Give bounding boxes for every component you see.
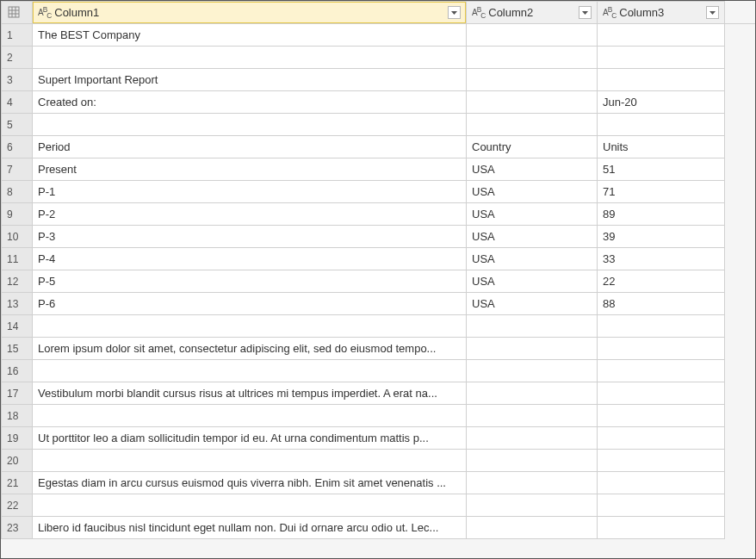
row-number-cell[interactable]: 14	[2, 315, 33, 338]
cell[interactable]	[33, 315, 467, 338]
cell[interactable]: P-1	[33, 181, 467, 203]
cell[interactable]: 33	[598, 248, 725, 270]
row-number-cell[interactable]: 1	[2, 24, 33, 47]
cell[interactable]: P-2	[33, 203, 467, 226]
cell[interactable]	[598, 382, 725, 405]
cell[interactable]: USA	[467, 248, 598, 270]
table-row[interactable]: 8P-1USA71	[2, 181, 755, 203]
cell[interactable]: Ut porttitor leo a diam sollicitudin tem…	[33, 427, 467, 450]
cell[interactable]	[467, 472, 598, 494]
cell[interactable]: Jun-20	[598, 91, 725, 114]
cell[interactable]	[467, 517, 598, 539]
cell[interactable]: USA	[467, 158, 598, 181]
table-row[interactable]: 22	[2, 494, 755, 517]
table-row[interactable]: 21Egestas diam in arcu cursus euismod qu…	[2, 472, 755, 494]
cell[interactable]: 51	[598, 158, 725, 181]
cell[interactable]: Libero id faucibus nisl tincidunt eget n…	[33, 517, 467, 539]
row-number-cell[interactable]: 4	[2, 91, 33, 114]
table-row[interactable]: 7PresentUSA51	[2, 158, 755, 181]
cell[interactable]	[33, 494, 467, 517]
cell[interactable]: 88	[598, 293, 725, 315]
cell[interactable]	[467, 91, 598, 114]
table-row[interactable]: 20	[2, 450, 755, 472]
cell[interactable]: USA	[467, 181, 598, 203]
cell[interactable]	[467, 47, 598, 69]
cell[interactable]	[467, 494, 598, 517]
cell[interactable]	[598, 360, 725, 382]
row-number-cell[interactable]: 20	[2, 450, 33, 472]
cell[interactable]: USA	[467, 226, 598, 248]
row-number-cell[interactable]: 23	[2, 517, 33, 539]
cell[interactable]	[598, 494, 725, 517]
cell[interactable]: 39	[598, 226, 725, 248]
filter-dropdown-button[interactable]	[448, 6, 461, 19]
cell[interactable]	[598, 405, 725, 427]
row-number-cell[interactable]: 2	[2, 47, 33, 69]
cell[interactable]	[467, 427, 598, 450]
cell[interactable]	[33, 360, 467, 382]
table-row[interactable]: 1The BEST Company	[2, 24, 755, 47]
table-row[interactable]: 17Vestibulum morbi blandit cursus risus …	[2, 382, 755, 405]
cell[interactable]	[467, 360, 598, 382]
cell[interactable]	[33, 114, 467, 136]
cell[interactable]: Units	[598, 136, 725, 158]
cell[interactable]	[467, 24, 598, 47]
row-number-cell[interactable]: 5	[2, 114, 33, 136]
cell[interactable]	[598, 315, 725, 338]
cell[interactable]: The BEST Company	[33, 24, 467, 47]
cell[interactable]	[467, 114, 598, 136]
row-number-cell[interactable]: 22	[2, 494, 33, 517]
table-row[interactable]: 18	[2, 405, 755, 427]
cell[interactable]: Period	[33, 136, 467, 158]
cell[interactable]	[467, 69, 598, 91]
cell[interactable]: Lorem ipsum dolor sit amet, consectetur …	[33, 338, 467, 360]
cell[interactable]	[33, 47, 467, 69]
row-number-cell[interactable]: 18	[2, 405, 33, 427]
cell[interactable]: P-5	[33, 270, 467, 293]
filter-dropdown-button[interactable]	[579, 6, 592, 19]
cell[interactable]	[598, 114, 725, 136]
cell[interactable]: P-4	[33, 248, 467, 270]
table-row[interactable]: 14	[2, 315, 755, 338]
cell[interactable]	[467, 315, 598, 338]
table-row[interactable]: 9P-2USA89	[2, 203, 755, 226]
table-row[interactable]: 16	[2, 360, 755, 382]
cell[interactable]	[598, 472, 725, 494]
cell[interactable]	[598, 47, 725, 69]
cell[interactable]: USA	[467, 293, 598, 315]
column-header-1[interactable]: ABC Column1	[33, 2, 467, 24]
cell[interactable]	[33, 450, 467, 472]
cell[interactable]: Supert Important Report	[33, 69, 467, 91]
row-number-cell[interactable]: 19	[2, 427, 33, 450]
table-row[interactable]: 12P-5USA22	[2, 270, 755, 293]
cell[interactable]	[598, 69, 725, 91]
cell[interactable]: P-3	[33, 226, 467, 248]
row-number-cell[interactable]: 9	[2, 203, 33, 226]
row-number-cell[interactable]: 21	[2, 472, 33, 494]
table-row[interactable]: 15Lorem ipsum dolor sit amet, consectetu…	[2, 338, 755, 360]
row-number-cell[interactable]: 16	[2, 360, 33, 382]
cell[interactable]: 71	[598, 181, 725, 203]
cell[interactable]	[598, 450, 725, 472]
cell[interactable]: Present	[33, 158, 467, 181]
cell[interactable]	[33, 405, 467, 427]
cell[interactable]	[598, 338, 725, 360]
row-number-cell[interactable]: 13	[2, 293, 33, 315]
cell[interactable]: 22	[598, 270, 725, 293]
table-row[interactable]: 5	[2, 114, 755, 136]
filter-dropdown-button[interactable]	[706, 6, 719, 19]
cell[interactable]: USA	[467, 203, 598, 226]
cell[interactable]	[467, 338, 598, 360]
row-number-cell[interactable]: 15	[2, 338, 33, 360]
row-number-cell[interactable]: 12	[2, 270, 33, 293]
table-row[interactable]: 3Supert Important Report	[2, 69, 755, 91]
cell[interactable]	[598, 24, 725, 47]
table-row[interactable]: 13P-6USA88	[2, 293, 755, 315]
table-row[interactable]: 11P-4USA33	[2, 248, 755, 270]
cell[interactable]	[598, 517, 725, 539]
row-number-cell[interactable]: 3	[2, 69, 33, 91]
table-row[interactable]: 19Ut porttitor leo a diam sollicitudin t…	[2, 427, 755, 450]
row-number-cell[interactable]: 8	[2, 181, 33, 203]
cell[interactable]	[467, 450, 598, 472]
row-number-cell[interactable]: 7	[2, 158, 33, 181]
